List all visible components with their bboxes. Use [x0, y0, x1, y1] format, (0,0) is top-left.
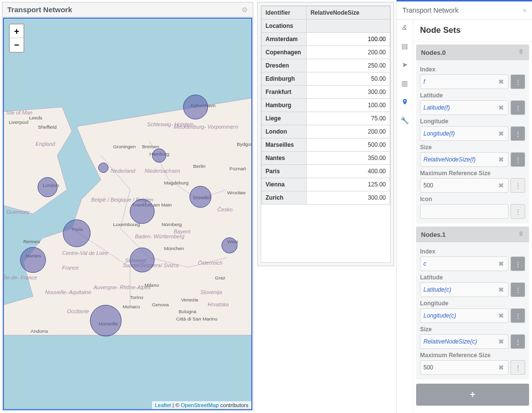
field-input[interactable] [423, 78, 497, 85]
field-input[interactable] [423, 312, 497, 319]
svg-text:Torino: Torino [130, 295, 143, 300]
field-label: Latitude [420, 92, 525, 99]
col-size: RelativeNodeSize [306, 6, 390, 20]
field-input-wrap: ✖ [420, 282, 509, 297]
collapse-icon[interactable]: » [523, 7, 526, 14]
field-input-wrap: ✖ [420, 308, 509, 323]
svg-text:England: England [35, 141, 55, 147]
kebab-button[interactable]: ⋮ [510, 282, 525, 297]
svg-text:Slovenija: Slovenija [200, 289, 222, 295]
gear-icon[interactable]: ⚙ [242, 6, 248, 14]
svg-text:Bydgoszcz: Bydgoszcz [237, 141, 251, 147]
kebab-button[interactable]: ⋮ [510, 126, 525, 141]
kebab-button[interactable]: ⋮ [510, 308, 525, 323]
map-attribution: Leaflet | © OpenStreetMap contributors [152, 401, 251, 409]
svg-text:Baden-
Württemberg: Baden- Württemberg [135, 233, 184, 239]
kebab-button[interactable]: ⋮ [510, 152, 525, 167]
svg-text:Graz: Graz [215, 275, 226, 280]
field-input[interactable] [423, 182, 497, 189]
leaflet-link[interactable]: Leaflet [155, 402, 171, 408]
kebab-button[interactable]: ⋮ [510, 74, 525, 89]
field-label: Icon [420, 196, 525, 203]
svg-text:Genova: Genova [152, 302, 169, 307]
clear-icon[interactable]: ✖ [497, 78, 505, 86]
ampersand-icon[interactable]: & [401, 23, 409, 31]
kebab-button[interactable]: ⋮ [510, 100, 525, 115]
cursor-icon[interactable]: ➤ [401, 61, 409, 69]
trash-icon[interactable] [518, 230, 524, 238]
svg-text:Milano: Milano [145, 282, 159, 288]
svg-text:Wrocław: Wrocław [227, 190, 246, 195]
row-id: Frankfurt [262, 86, 307, 99]
svg-text:Groningen: Groningen [113, 144, 135, 149]
zoom-out-button[interactable]: − [10, 38, 23, 52]
clear-icon[interactable]: ✖ [497, 312, 505, 320]
kebab-button[interactable]: ⋮ [510, 204, 525, 219]
field-input[interactable] [423, 286, 497, 293]
svg-text:Rennes: Rennes [23, 239, 40, 244]
archive-icon[interactable]: ▤ [401, 42, 409, 50]
side-panel: Transport Network » & ▤ ➤ ▥ 🔧 Node Sets … [396, 0, 532, 413]
row-value: 125.00 [306, 178, 390, 191]
field-input[interactable] [423, 208, 505, 215]
field-label: Size [420, 144, 525, 151]
field-input[interactable] [423, 104, 497, 111]
svg-text:France: France [62, 265, 79, 271]
clear-icon[interactable]: ✖ [497, 286, 505, 294]
marker-icon[interactable] [401, 98, 409, 106]
side-title: Transport Network [402, 6, 459, 14]
add-nodeset-button[interactable]: + [416, 384, 529, 406]
svg-point-55 [183, 95, 208, 119]
trash-icon[interactable] [518, 48, 524, 56]
field-input[interactable] [423, 338, 497, 345]
row-value[interactable] [306, 33, 390, 46]
row-id: Liege [262, 112, 307, 125]
field-input[interactable] [423, 130, 497, 137]
row-id: Amsterdam [262, 33, 307, 46]
clear-icon[interactable]: ✖ [497, 364, 505, 371]
osm-link[interactable]: OpenStreetMap [181, 402, 219, 408]
row-id: Dresden [262, 59, 307, 72]
map-canvas[interactable]: Leeds Sheffield Liverpool London England… [3, 18, 252, 410]
clear-icon[interactable]: ✖ [497, 260, 505, 268]
field-label: Longitude [420, 118, 525, 125]
clear-icon[interactable]: ✖ [497, 338, 505, 345]
field-input-wrap: ✖ [420, 256, 509, 271]
clear-icon[interactable]: ✖ [497, 156, 505, 163]
svg-point-65 [90, 305, 121, 336]
col-identifier: Identifier [262, 6, 307, 20]
svg-text:Nederland: Nederland [111, 168, 135, 174]
cell-input[interactable] [310, 36, 386, 43]
kebab-button[interactable]: ⋮ [510, 360, 525, 375]
field-input[interactable] [423, 156, 497, 163]
row-value: 300.00 [306, 191, 390, 205]
svg-point-62 [21, 247, 46, 273]
nodeset-header[interactable]: Nodes.1 [416, 227, 529, 242]
icon-rail: & ▤ ➤ ▥ 🔧 [397, 20, 413, 413]
nodeset-header[interactable]: Nodes.0 [416, 45, 529, 60]
kebab-button[interactable]: ⋮ [510, 334, 525, 349]
svg-text:Città di San
Marino: Città di San Marino [176, 316, 218, 321]
field-input-wrap [420, 204, 509, 219]
zoom-controls: + − [9, 23, 24, 53]
row-id: Copenhagen [262, 46, 307, 59]
field-label: Size [420, 326, 525, 333]
field-input-wrap: ✖ [420, 100, 509, 115]
field-input-wrap: ✖ [420, 152, 509, 167]
kebab-button[interactable]: ⋮ [510, 256, 525, 271]
clear-icon[interactable]: ✖ [497, 182, 505, 189]
map-svg: Leeds Sheffield Liverpool London England… [4, 19, 251, 409]
clear-icon[interactable]: ✖ [497, 104, 505, 112]
clear-icon[interactable]: ✖ [497, 130, 505, 138]
field-input-wrap: ✖ [420, 334, 509, 349]
wrench-icon[interactable]: 🔧 [401, 116, 409, 124]
list-icon[interactable]: ▥ [401, 79, 409, 87]
row-value: 200.00 [306, 125, 390, 138]
field-input[interactable] [423, 260, 497, 267]
svg-text:Česko: Česko [218, 206, 233, 212]
zoom-in-button[interactable]: + [10, 24, 23, 38]
field-input[interactable] [423, 364, 497, 371]
svg-point-60 [130, 199, 155, 224]
svg-text:Luxembourg: Luxembourg [113, 222, 140, 227]
kebab-button[interactable]: ⋮ [510, 178, 525, 193]
